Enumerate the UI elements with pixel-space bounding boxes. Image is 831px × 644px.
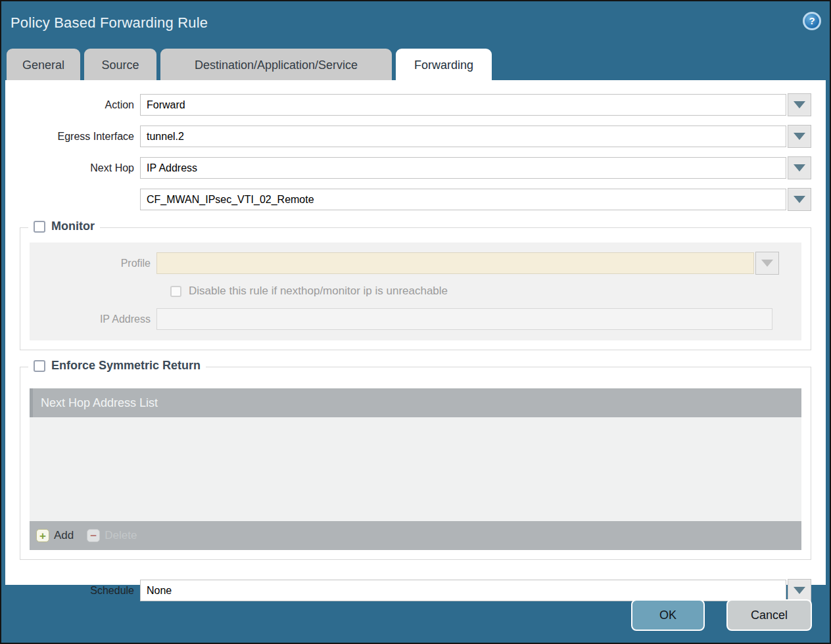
disable-rule-row: Disable this rule if nexthop/monitor ip …	[170, 285, 794, 298]
next-hop-dropdown-button[interactable]	[788, 156, 811, 179]
next-hop-address-dropdown-button[interactable]	[788, 188, 811, 211]
disable-rule-label: Disable this rule if nexthop/monitor ip …	[189, 285, 448, 298]
ok-button[interactable]: OK	[631, 599, 705, 631]
enforce-symmetric-return-title: Enforce Symmetric Return	[51, 359, 201, 373]
delete-button-label: Delete	[105, 529, 137, 542]
monitor-ip-address-row: IP Address	[30, 308, 779, 330]
help-icon[interactable]: ?	[803, 12, 821, 30]
chevron-down-icon	[794, 101, 805, 108]
chevron-down-icon	[761, 260, 773, 267]
next-hop-address-list-table: Next Hop Address List + Add − Delete	[30, 388, 801, 550]
next-hop-select[interactable]: IP Address	[140, 157, 786, 179]
chevron-down-icon	[794, 196, 805, 203]
next-hop-address-list-header: Next Hop Address List	[30, 388, 801, 417]
tab-destination-application-service[interactable]: Destination/Application/Service	[160, 49, 392, 80]
title-bar: Policy Based Forwarding Rule ?	[1, 1, 830, 49]
next-hop-label: Next Hop	[5, 162, 140, 174]
next-hop-address-row: CF_MWAN_IPsec_VTI_02_Remote	[5, 188, 811, 211]
action-value: Forward	[147, 99, 185, 111]
dialog-title: Policy Based Forwarding Rule	[11, 14, 208, 32]
monitor-group: Monitor Profile Disable	[20, 227, 811, 350]
profile-dropdown-button	[755, 252, 779, 275]
chevron-down-icon	[794, 164, 805, 172]
plus-icon: +	[36, 529, 49, 542]
add-button-label: Add	[54, 529, 74, 542]
next-hop-address-select[interactable]: CF_MWAN_IPsec_VTI_02_Remote	[140, 189, 786, 210]
profile-label: Profile	[30, 258, 156, 269]
monitor-group-title: Monitor	[51, 219, 95, 233]
enforce-symmetric-return-group: Enforce Symmetric Return Next Hop Addres…	[20, 367, 811, 560]
monitor-panel: Profile Disable this rule if nexthop/mon…	[30, 242, 801, 340]
action-select[interactable]: Forward	[140, 94, 786, 116]
tab-general[interactable]: General	[7, 49, 80, 80]
egress-interface-value: tunnel.2	[147, 131, 184, 143]
next-hop-value: IP Address	[147, 162, 197, 174]
egress-interface-dropdown-button[interactable]	[788, 125, 811, 148]
delete-button: − Delete	[87, 529, 137, 542]
action-label: Action	[5, 99, 140, 111]
egress-interface-label: Egress Interface	[5, 131, 140, 143]
egress-interface-select[interactable]: tunnel.2	[140, 126, 786, 147]
enforce-symmetric-return-checkbox[interactable]	[34, 360, 45, 372]
tab-bar: General Source Destination/Application/S…	[1, 49, 830, 80]
chevron-down-icon	[794, 133, 805, 140]
monitor-checkbox[interactable]	[34, 221, 45, 233]
profile-row: Profile	[30, 252, 779, 275]
action-dropdown-button[interactable]	[788, 93, 811, 116]
profile-select	[156, 252, 754, 274]
cancel-button[interactable]: Cancel	[726, 599, 812, 631]
next-hop-address-list-footer: + Add − Delete	[30, 521, 801, 550]
add-button[interactable]: + Add	[36, 529, 74, 542]
next-hop-row: Next Hop IP Address	[5, 156, 811, 179]
monitor-ip-address-label: IP Address	[30, 313, 156, 325]
dialog-footer: OK Cancel	[1, 582, 830, 643]
tab-forwarding[interactable]: Forwarding	[396, 49, 492, 80]
policy-based-forwarding-rule-dialog: Policy Based Forwarding Rule ? General S…	[0, 0, 831, 644]
next-hop-address-list-body[interactable]	[30, 417, 801, 521]
action-row: Action Forward	[5, 93, 811, 116]
forwarding-tab-panel: Action Forward Egress Interface tunnel.2	[5, 80, 826, 585]
disable-rule-checkbox	[170, 286, 181, 297]
next-hop-address-value: CF_MWAN_IPsec_VTI_02_Remote	[147, 194, 314, 206]
tab-source[interactable]: Source	[84, 49, 156, 80]
egress-interface-row: Egress Interface tunnel.2	[5, 125, 811, 148]
minus-icon: −	[87, 529, 100, 542]
monitor-ip-address-input	[156, 308, 772, 330]
